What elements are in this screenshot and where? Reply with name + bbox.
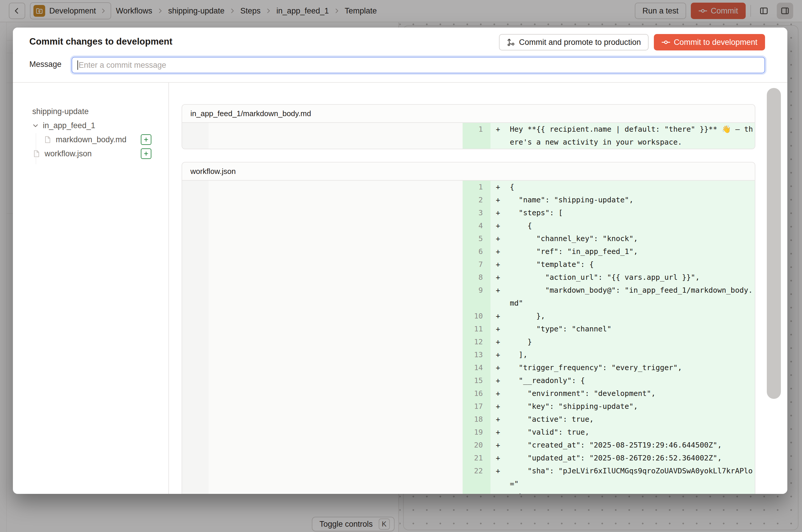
tree-root-label: shipping-update [32,107,89,116]
commit-icon [661,38,670,46]
diff-line: 11+ "type": "channel" [182,323,755,336]
commit-and-promote-button[interactable]: Commit and promote to production [499,34,649,51]
tree-step-node[interactable]: in_app_feed_1 [13,118,168,133]
diff-line: 10+ }, [182,310,755,323]
diff-line: 6+ "ref": "in_app_feed_1", [182,245,755,258]
modal-title: Commit changes to development [29,36,172,47]
diff-line: 9+ "markdown_body@": "in_app_feed_1/mark… [182,284,755,310]
tree-indent-guide [36,133,36,164]
commit-modal-header: Commit changes to development Commit and… [13,27,787,83]
diff-line: 12+ } [182,336,755,348]
tree-workflow-root: shipping-update [13,104,168,118]
file-icon [43,135,52,144]
commit-modal: Commit changes to development Commit and… [13,27,787,494]
text-caret [77,60,78,70]
diff-line: 15+ "__readonly": { [182,374,755,387]
tree-file-markdown-body[interactable]: markdown_body.md [13,133,168,147]
tree-file-label: markdown_body.md [56,135,127,144]
diff-panel-markdown-body: in_app_feed_1/markdown_body.md 1+Hey **{… [182,104,756,149]
chevron-down-icon [32,122,39,129]
diff-line: 22+ "sha": "pJeLVir6xIlUCMGqs9qroZoUAVDS… [182,464,755,490]
diff-line: 16+ "environment": "development", [182,387,755,400]
diff-list: in_app_feed_1/markdown_body.md 1+Hey **{… [169,83,787,494]
diff-line: 23+ } [182,490,755,494]
diff-line: 20+ "created_at": "2025-08-25T19:29:46.6… [182,439,755,452]
commit-modal-body: shipping-update in_app_feed_1 markdown_b… [13,83,787,494]
added-file-icon [141,148,151,159]
modal-scrollbar[interactable] [767,88,781,399]
promote-button-label: Commit and promote to production [519,38,641,47]
diff-line: 5+ "channel_key": "knock", [182,232,755,245]
diff-line: 14+ "trigger_frequency": "every_trigger"… [182,361,755,374]
diff-filename: in_app_feed_1/markdown_body.md [182,105,755,123]
file-icon [32,150,40,158]
added-file-icon [141,134,151,145]
diff-line: 4+ { [182,220,755,232]
message-placeholder: Enter a commit message [79,61,166,70]
diff-line: 17+ "key": "shipping-update", [182,400,755,413]
promote-icon [507,38,516,46]
diff-panel-workflow-json: workflow.json 1+{2+ "name": "shipping-up… [182,162,756,494]
message-label: Message [29,60,62,69]
commit-dev-button-label: Commit to development [674,38,758,47]
diff-line: 21+ "updated_at": "2025-08-26T20:26:52.3… [182,452,755,464]
tree-step-label: in_app_feed_1 [43,121,95,130]
commit-message-input[interactable]: Enter a commit message [72,57,765,73]
diff-line: 3+ "steps": [ [182,207,755,220]
diff-line: 2+ "name": "shipping-update", [182,193,755,207]
commit-to-development-button[interactable]: Commit to development [654,34,765,51]
diff-line: 1+{ [182,180,755,193]
diff-line: 18+ "active": true, [182,413,755,426]
diff-line: 8+ "action_url": "{{ vars.app_url }}", [182,271,755,284]
diff-line: 13+ ], [182,348,755,361]
changed-files-tree: shipping-update in_app_feed_1 markdown_b… [13,83,169,494]
tree-file-label: workflow.json [44,149,92,158]
diff-filename: workflow.json [182,163,755,180]
tree-file-workflow-json[interactable]: workflow.json [13,147,168,161]
diff-line: 7+ "template": { [182,258,755,271]
diff-content: 1+Hey **{{ recipient.name | default: "th… [182,123,755,149]
diff-line: 1+Hey **{{ recipient.name | default: "th… [182,123,755,149]
diff-line: 19+ "valid": true, [182,426,755,439]
diff-content: 1+{2+ "name": "shipping-update",3+ "step… [182,180,755,494]
